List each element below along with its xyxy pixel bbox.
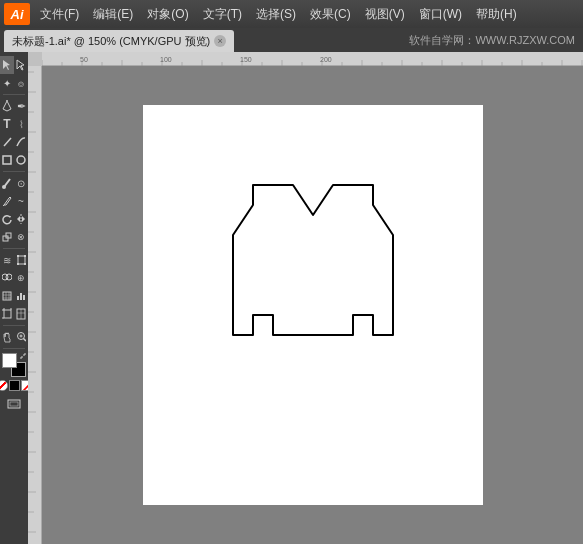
svg-point-20 <box>6 274 12 280</box>
menu-edit[interactable]: 编辑(E) <box>87 4 139 25</box>
add-anchor-tool[interactable]: ✒ <box>14 97 28 115</box>
rectangle-tool[interactable] <box>0 151 14 169</box>
arc-tool[interactable] <box>14 133 28 151</box>
tool-row-type: T ⌇ <box>0 115 28 133</box>
artboard-tool[interactable] <box>0 305 14 323</box>
ruler-left-ticks <box>28 52 42 544</box>
slice-tool[interactable] <box>14 305 28 323</box>
free-transform-tool[interactable] <box>14 251 28 269</box>
fill-stroke-block[interactable] <box>2 353 26 377</box>
menu-bar: 文件(F) 编辑(E) 对象(O) 文字(T) 选择(S) 效果(C) 视图(V… <box>34 4 523 25</box>
tool-row-artboard <box>0 305 28 323</box>
tab-close-button[interactable]: × <box>214 35 226 47</box>
tool-row-warp2: ≋ <box>0 251 28 269</box>
tool-row-rect <box>0 151 28 169</box>
blob-brush-tool[interactable]: ⊙ <box>14 174 28 192</box>
menu-effect[interactable]: 效果(C) <box>304 4 357 25</box>
svg-rect-15 <box>17 255 19 257</box>
pencil-tool[interactable] <box>0 192 14 210</box>
ruler-top: 50 100 150 200 <box>42 52 583 66</box>
magic-wand-tool[interactable]: ✦ <box>0 74 14 92</box>
vertical-type-tool[interactable]: ⌇ <box>14 115 28 133</box>
menu-window[interactable]: 窗口(W) <box>413 4 468 25</box>
tab-right-text: 软件自学网：WWW.RJZXW.COM <box>401 28 583 52</box>
svg-rect-28 <box>23 295 25 300</box>
svg-line-7 <box>3 205 4 206</box>
svg-text:200: 200 <box>320 56 332 63</box>
tool-row-hand <box>0 328 28 346</box>
live-paint-tool[interactable]: ⊕ <box>14 269 28 287</box>
tool-row-selection <box>0 56 28 74</box>
canvas-area[interactable]: 50 100 150 200 <box>28 52 583 544</box>
hand-tool[interactable] <box>0 328 14 346</box>
garment-shape <box>203 175 423 435</box>
tool-separator-4 <box>3 325 25 326</box>
svg-marker-10 <box>17 216 20 222</box>
tool-row-brush: ⊙ <box>0 174 28 192</box>
selection-tool[interactable] <box>0 56 14 74</box>
tool-row-pen: ✒ <box>0 97 28 115</box>
active-tab[interactable]: 未标题-1.ai* @ 150% (CMYK/GPU 预览) × <box>4 30 234 52</box>
menu-select[interactable]: 选择(S) <box>250 4 302 25</box>
black-color-button[interactable] <box>9 380 20 391</box>
svg-marker-11 <box>22 216 25 222</box>
perspective-grid-tool[interactable] <box>0 287 14 305</box>
white-color-button[interactable] <box>21 380 29 391</box>
svg-rect-43 <box>10 402 18 406</box>
svg-text:100: 100 <box>160 56 172 63</box>
svg-rect-14 <box>18 256 25 264</box>
left-toolbar: ✦ ⌾ ✒ T ⌇ <box>0 52 28 544</box>
svg-text:150: 150 <box>240 56 252 63</box>
reflect-tool[interactable] <box>14 210 28 228</box>
ruler-corner <box>28 52 42 66</box>
tab-label: 未标题-1.ai* @ 150% (CMYK/GPU 预览) <box>12 34 210 49</box>
smooth-tool[interactable]: ~ <box>14 192 28 210</box>
paintbrush-tool[interactable] <box>0 174 14 192</box>
screen-mode-button[interactable] <box>0 395 28 413</box>
shear-tool[interactable]: ⊗ <box>14 228 28 246</box>
svg-rect-17 <box>17 263 19 265</box>
ruler-left <box>28 52 42 544</box>
ai-logo: Ai <box>4 3 30 25</box>
ellipse-tool[interactable] <box>14 151 28 169</box>
swap-icon[interactable] <box>19 352 27 360</box>
shape-builder-tool[interactable] <box>0 269 14 287</box>
direct-selection-tool[interactable] <box>14 56 28 74</box>
menu-object[interactable]: 对象(O) <box>141 4 194 25</box>
graph-tool[interactable] <box>14 287 28 305</box>
rotate-tool[interactable] <box>0 210 14 228</box>
tool-separator-3 <box>3 248 25 249</box>
svg-point-6 <box>2 185 6 189</box>
zoom-tool[interactable] <box>14 328 28 346</box>
svg-rect-27 <box>20 293 22 300</box>
tool-row-rotate <box>0 210 28 228</box>
svg-rect-18 <box>24 263 26 265</box>
svg-marker-1 <box>17 60 24 70</box>
pen-tool[interactable] <box>0 97 14 115</box>
svg-line-3 <box>4 138 11 146</box>
ruler-top-ticks: 50 100 150 200 <box>42 52 583 66</box>
lasso-tool[interactable]: ⌾ <box>14 74 28 92</box>
tool-row-shape-builder: ⊕ <box>0 269 28 287</box>
artboard <box>143 105 483 505</box>
fill-swatch[interactable] <box>2 353 17 368</box>
svg-rect-21 <box>3 292 11 300</box>
svg-line-38 <box>24 339 27 342</box>
menu-help[interactable]: 帮助(H) <box>470 4 523 25</box>
color-button[interactable] <box>0 380 8 391</box>
tab-bar: 未标题-1.ai* @ 150% (CMYK/GPU 预览) × 软件自学网：W… <box>0 28 583 52</box>
scale-tool[interactable] <box>0 228 14 246</box>
menu-view[interactable]: 视图(V) <box>359 4 411 25</box>
svg-rect-4 <box>3 156 11 164</box>
menu-file[interactable]: 文件(F) <box>34 4 85 25</box>
screen-mode-row <box>0 395 28 413</box>
type-tool[interactable]: T <box>0 115 14 133</box>
tool-row-scale: ⊗ <box>0 228 28 246</box>
line-tool[interactable] <box>0 133 14 151</box>
svg-rect-29 <box>4 310 11 318</box>
svg-rect-16 <box>24 255 26 257</box>
tool-row-wand: ✦ ⌾ <box>0 74 28 92</box>
menu-type[interactable]: 文字(T) <box>197 4 248 25</box>
white-canvas <box>42 66 583 544</box>
warp-tool[interactable]: ≋ <box>0 251 14 269</box>
